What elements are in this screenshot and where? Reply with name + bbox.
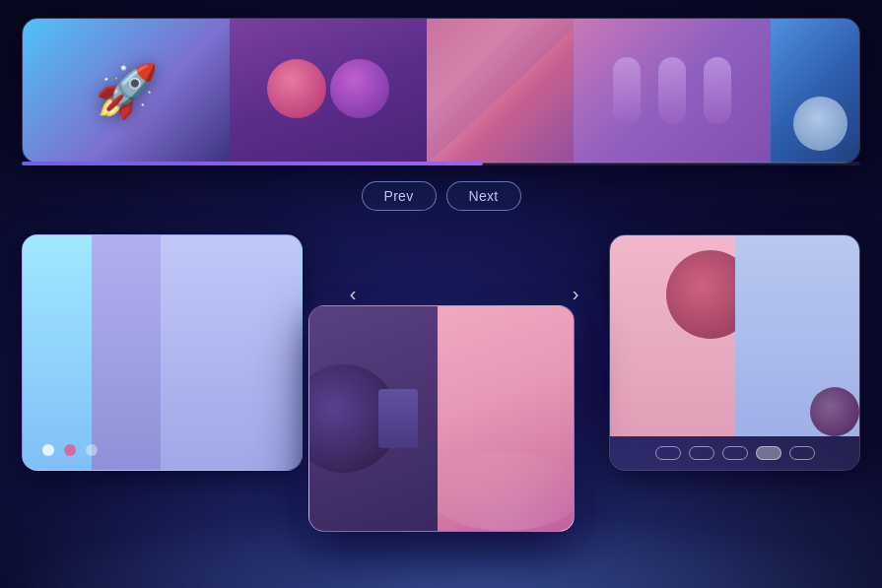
- bl-indicator-dots: [42, 444, 98, 456]
- circle-left: [267, 59, 326, 118]
- nav-buttons: Prev Next: [362, 181, 521, 211]
- top-seg5-circle: [793, 97, 848, 151]
- pill-1: [613, 57, 641, 124]
- pill-2: [658, 57, 686, 124]
- br-dot-1: [655, 446, 681, 460]
- bottom-right-card: [609, 234, 860, 471]
- top-seg-gradient: [427, 19, 574, 163]
- center-carousel-card: [308, 305, 575, 532]
- top-seg-circles: [230, 19, 427, 163]
- cc-rectangle: [378, 389, 418, 448]
- scene: 🚀 Prev Next: [0, 0, 882, 588]
- top-seg-rocket: 🚀: [23, 19, 230, 163]
- next-button[interactable]: Next: [446, 181, 521, 211]
- br-dot-2: [689, 446, 714, 460]
- progress-bar-fill: [22, 162, 483, 165]
- cc-wave: [438, 452, 574, 531]
- prev-button[interactable]: Prev: [362, 181, 437, 211]
- pill-3: [704, 57, 731, 124]
- br-col-blue: [735, 235, 860, 436]
- br-dot-5: [789, 446, 815, 460]
- bl-dot-1: [42, 444, 54, 456]
- rocket-icon: 🚀: [95, 61, 159, 121]
- br-col-pink: [610, 235, 735, 436]
- br-dot-3: [722, 446, 748, 460]
- circle-pair: [267, 59, 389, 122]
- bl-stripe-purple: [92, 235, 161, 470]
- bottom-left-card: [22, 234, 303, 471]
- br-dot-4-active: [756, 446, 781, 460]
- bl-dot-3: [86, 444, 98, 456]
- bl-dot-2: [64, 444, 76, 456]
- progress-bar-container: [22, 162, 860, 165]
- cc-left-panel: [309, 306, 438, 531]
- br-small-circle: [810, 387, 859, 436]
- center-prev-arrow[interactable]: ‹: [337, 279, 369, 310]
- bl-stripe-cyan: [23, 235, 92, 470]
- circle-right: [330, 59, 389, 118]
- center-next-arrow[interactable]: ›: [560, 279, 591, 310]
- bl-stripe-lavender: [161, 235, 302, 470]
- cc-right-panel: [438, 306, 574, 531]
- top-carousel-card: 🚀: [22, 18, 860, 163]
- br-content: [610, 235, 859, 436]
- br-indicator-dots: [610, 436, 859, 470]
- top-seg-pills: [574, 19, 771, 163]
- top-seg-circle: [771, 19, 859, 163]
